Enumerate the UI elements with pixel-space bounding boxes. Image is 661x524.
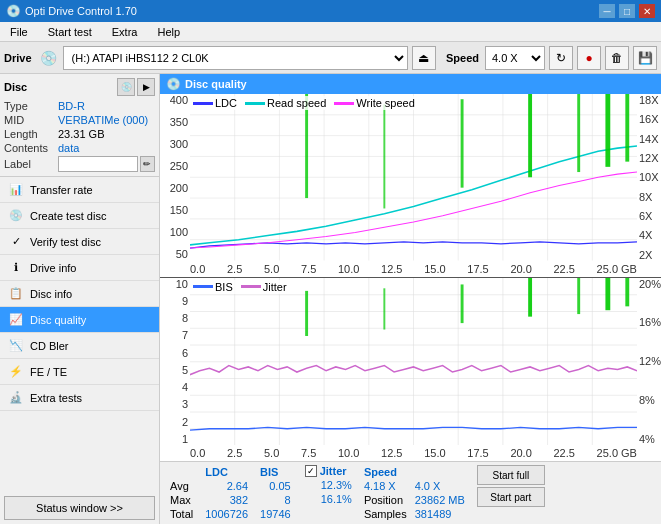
disc-type-row: Type BD-R [4, 100, 155, 112]
samples-val: 381489 [411, 507, 469, 521]
chart-top-y-left: 400 350 300 250 200 150 100 50 [160, 94, 190, 261]
samples-label: Samples [360, 507, 411, 521]
speed-avg-val: 4.18 X [360, 479, 411, 493]
nav-label-disc-quality: Disc quality [30, 314, 86, 326]
legend-write-speed: Write speed [334, 97, 415, 109]
disc-actions: 💿 ▶ [117, 78, 155, 96]
start-part-button[interactable]: Start part [477, 487, 545, 507]
disc-icon-1[interactable]: 💿 [117, 78, 135, 96]
disc-length-row: Length 23.31 GB [4, 128, 155, 140]
disc-quality-icon: 📈 [8, 312, 24, 328]
legend-read-speed: Read speed [245, 97, 326, 109]
legend-ldc: LDC [193, 97, 237, 109]
mid-value: VERBATIMe (000) [58, 114, 148, 126]
content-header: 💿 Disc quality [160, 74, 661, 94]
jitter-max: 16.1% [305, 493, 352, 505]
length-label: Length [4, 128, 58, 140]
app-title: Opti Drive Control 1.70 [25, 5, 137, 17]
legend-jitter: Jitter [241, 281, 287, 293]
mid-label: MID [4, 114, 58, 126]
close-button[interactable]: ✕ [639, 4, 655, 18]
drive-select[interactable]: (H:) ATAPI iHBS112 2 CL0K [63, 46, 408, 70]
speed-avg-val2: 4.0 X [411, 479, 469, 493]
label-edit-button[interactable]: ✏ [140, 156, 155, 172]
label-input[interactable] [58, 156, 138, 172]
avg-label: Avg [164, 479, 199, 493]
eject-button[interactable]: ⏏ [412, 46, 436, 70]
menu-start-test[interactable]: Start test [42, 24, 98, 40]
speed-select[interactable]: 4.0 X [485, 46, 545, 70]
disc-contents-row: Contents data [4, 142, 155, 154]
sidebar-nav: 📊 Transfer rate 💿 Create test disc ✓ Ver… [0, 177, 159, 492]
start-full-button[interactable]: Start full [477, 465, 545, 485]
sidebar-item-transfer-rate[interactable]: 📊 Transfer rate [0, 177, 159, 203]
chart-bottom-y-left: 10 9 8 7 6 5 4 3 2 1 [160, 278, 190, 446]
minimize-button[interactable]: ─ [599, 4, 615, 18]
cd-bler-icon: 📉 [8, 338, 24, 354]
sidebar-item-disc-quality[interactable]: 📈 Disc quality [0, 307, 159, 333]
drive-info-icon: ℹ [8, 260, 24, 276]
content-title: Disc quality [185, 78, 247, 90]
chart-top-y-right: 18X 16X 14X 12X 10X 8X 6X 4X 2X [637, 94, 661, 261]
nav-label-drive-info: Drive info [30, 262, 76, 274]
save-button[interactable]: 💾 [633, 46, 657, 70]
disc-info-icon: 📋 [8, 286, 24, 302]
drive-label: Drive [4, 52, 32, 64]
ldc-header: LDC [199, 465, 254, 479]
chart-top-legend: LDC Read speed Write speed [190, 96, 418, 110]
length-value: 23.31 GB [58, 128, 104, 140]
sidebar-item-extra-tests[interactable]: 🔬 Extra tests [0, 385, 159, 411]
disc-quality-header-icon: 💿 [166, 77, 181, 91]
contents-label: Contents [4, 142, 58, 154]
disc-mid-row: MID VERBATIMe (000) [4, 114, 155, 126]
erase-button[interactable]: 🗑 [605, 46, 629, 70]
transfer-rate-icon: 📊 [8, 182, 24, 198]
menu-help[interactable]: Help [151, 24, 186, 40]
nav-label-verify-test: Verify test disc [30, 236, 101, 248]
refresh-button[interactable]: ↻ [549, 46, 573, 70]
nav-label-cd-bler: CD Bler [30, 340, 69, 352]
chart-top: LDC Read speed Write speed 400 350 30 [160, 94, 661, 278]
status-window-button[interactable]: Status window >> [4, 496, 155, 520]
sidebar-item-disc-info[interactable]: 📋 Disc info [0, 281, 159, 307]
charts-area: LDC Read speed Write speed 400 350 30 [160, 94, 661, 461]
menu-file[interactable]: File [4, 24, 34, 40]
nav-label-create-test: Create test disc [30, 210, 106, 222]
stats-area: LDC BIS Avg 2.64 0.05 Max 382 8 Total [160, 461, 661, 524]
chart-bottom-x-axis: 0.0 2.5 5.0 7.5 10.0 12.5 15.0 17.5 20.0… [190, 445, 637, 461]
position-label: Position [360, 493, 411, 507]
disc-panel-title: Disc [4, 81, 27, 93]
menu-extra[interactable]: Extra [106, 24, 144, 40]
nav-label-disc-info: Disc info [30, 288, 72, 300]
sidebar-item-drive-info[interactable]: ℹ Drive info [0, 255, 159, 281]
disc-panel: Disc 💿 ▶ Type BD-R MID VERBATIMe (000) L… [0, 74, 159, 177]
sidebar-item-create-test-disc[interactable]: 💿 Create test disc [0, 203, 159, 229]
toolbar: Drive 💿 (H:) ATAPI iHBS112 2 CL0K ⏏ Spee… [0, 42, 661, 74]
chart-bottom-legend: BIS Jitter [190, 280, 290, 294]
disc-label-row: Label ✏ [4, 156, 155, 172]
nav-label-fe-te: FE / TE [30, 366, 67, 378]
speed-stats: Speed 4.18 X 4.0 X Position 23862 MB Sam… [360, 465, 469, 521]
jitter-checkbox[interactable]: ✓ [305, 465, 317, 477]
app-title-area: 💿 Opti Drive Control 1.70 [6, 4, 137, 18]
speed-label: Speed [446, 52, 479, 64]
max-label: Max [164, 493, 199, 507]
verify-test-icon: ✓ [8, 234, 24, 250]
disc-icon-2[interactable]: ▶ [137, 78, 155, 96]
sidebar-item-cd-bler[interactable]: 📉 CD Bler [0, 333, 159, 359]
content-area: 💿 Disc quality LDC Read speed [160, 74, 661, 524]
total-label: Total [164, 507, 199, 521]
type-label: Type [4, 100, 58, 112]
record-button[interactable]: ● [577, 46, 601, 70]
position-val: 23862 MB [411, 493, 469, 507]
sidebar-item-verify-test-disc[interactable]: ✓ Verify test disc [0, 229, 159, 255]
bis-max: 8 [254, 493, 297, 507]
maximize-button[interactable]: □ [619, 4, 635, 18]
sidebar-item-fe-te[interactable]: ⚡ FE / TE [0, 359, 159, 385]
speed-header: Speed [360, 465, 411, 479]
nav-label-extra-tests: Extra tests [30, 392, 82, 404]
type-value: BD-R [58, 100, 85, 112]
create-test-icon: 💿 [8, 208, 24, 224]
chart-bottom-svg [190, 278, 637, 446]
ldc-total: 1006726 [199, 507, 254, 521]
